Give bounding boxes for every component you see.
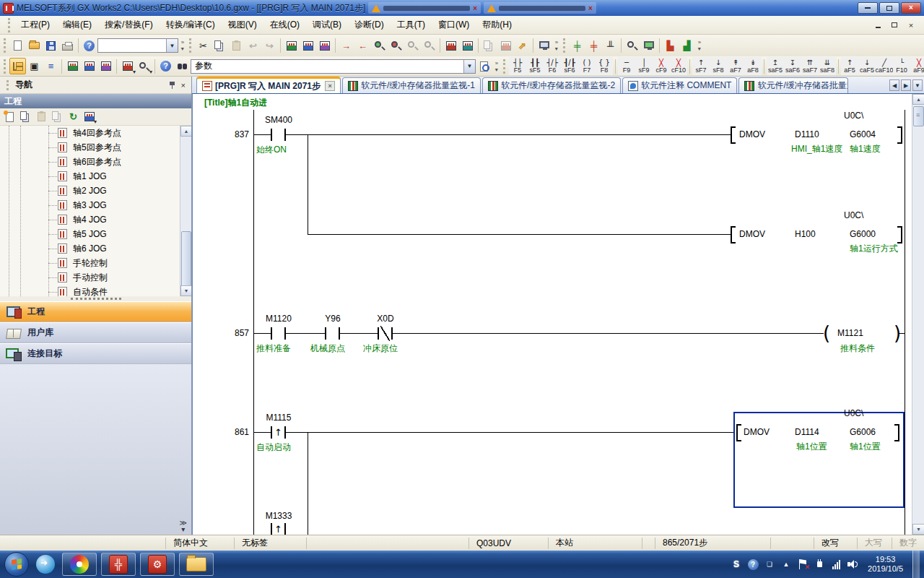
- toolbar-grip[interactable]: [8, 18, 12, 33]
- close-icon[interactable]: ×: [180, 81, 187, 90]
- contact-no[interactable]: [271, 327, 286, 340]
- menu-item[interactable]: 工程(P): [14, 16, 56, 34]
- menu-item[interactable]: 在线(O): [263, 16, 306, 34]
- cut-icon[interactable]: ✂: [195, 38, 212, 54]
- menu-item[interactable]: 编辑(E): [56, 16, 98, 34]
- instruction-op[interactable]: DMOV: [739, 129, 765, 139]
- filter-sort-icon[interactable]: [82, 109, 97, 124]
- device-test-dropdown-icon[interactable]: [136, 58, 152, 74]
- toolbar-grip[interactable]: [563, 38, 567, 53]
- show-desktop-button[interactable]: [912, 551, 920, 578]
- tree-item[interactable]: 轴3 JOG: [48, 198, 191, 212]
- maximize-button[interactable]: [879, 2, 899, 14]
- help-tray-icon[interactable]: ?: [747, 558, 759, 570]
- instruction-src[interactable]: D1114: [795, 427, 819, 437]
- property-icon[interactable]: [50, 109, 65, 124]
- monitor-stop-icon[interactable]: [388, 38, 404, 54]
- device-display-icon[interactable]: [443, 38, 459, 54]
- tree-item[interactable]: 轴5 JOG: [48, 227, 191, 241]
- menu-item[interactable]: 帮助(H): [476, 16, 518, 34]
- nav-button-project[interactable]: 工程: [0, 301, 191, 322]
- sampling-trace-icon[interactable]: ▙: [662, 38, 679, 54]
- contact-no[interactable]: [271, 129, 286, 141]
- scrollbar-thumb[interactable]: [913, 106, 924, 126]
- open-icon[interactable]: [26, 38, 43, 54]
- monitor-watch-icon[interactable]: [316, 38, 333, 54]
- ladder-editor[interactable]: [Title]轴1自动进 837 SM400 始终ON DMOV D1110 U…: [192, 94, 924, 535]
- tree-item[interactable]: 轴6回参考点: [48, 155, 191, 169]
- close-icon[interactable]: ×: [473, 4, 477, 12]
- save-icon[interactable]: [43, 38, 59, 54]
- instruction-dst[interactable]: G6004: [850, 129, 876, 139]
- instruction-dst[interactable]: G6000: [850, 229, 876, 239]
- scroll-down-icon[interactable]: ▼: [912, 524, 924, 535]
- ladder-symbol-button[interactable]: ↥saF5: [767, 57, 784, 75]
- ladder-symbol-button[interactable]: ↑aF5: [841, 57, 858, 75]
- menu-item[interactable]: 调试(B): [306, 16, 348, 34]
- tab-close-icon[interactable]: ×: [325, 81, 335, 91]
- taskbar-browser-icon[interactable]: [33, 553, 58, 575]
- tree-item[interactable]: 轴4回参考点: [48, 126, 191, 140]
- print-icon[interactable]: [59, 38, 76, 54]
- menu-item[interactable]: 转换/编译(C): [160, 16, 222, 34]
- window-tray-icon[interactable]: ❏: [764, 558, 775, 570]
- taskbar-pinwheel-app[interactable]: [62, 553, 97, 576]
- tree-item[interactable]: 轴6 JOG: [48, 241, 191, 256]
- menu-item[interactable]: 搜索/替换(F): [98, 16, 160, 34]
- toolbar-grip[interactable]: [4, 38, 7, 53]
- tab-device-monitor-2[interactable]: 软元件/缓冲存储器批量监视-2: [482, 77, 621, 93]
- ladder-symbol-button[interactable]: └F10: [893, 57, 910, 75]
- device-batch-icon[interactable]: [97, 58, 114, 74]
- network-signal-icon[interactable]: [830, 558, 842, 570]
- sogou-tray-icon[interactable]: S: [731, 558, 742, 570]
- device-find-icon[interactable]: [64, 58, 81, 74]
- macro-icon[interactable]: [497, 38, 514, 54]
- paste-item-icon[interactable]: [34, 109, 49, 124]
- device-monitor-icon[interactable]: [283, 38, 300, 54]
- more-buttons-icon[interactable]: ≫▾: [180, 519, 187, 532]
- tray-expand-icon[interactable]: ▲: [780, 558, 792, 570]
- taskbar-clock[interactable]: 19:532019/10/5: [863, 555, 907, 574]
- contact-rising-pulse[interactable]: ↑: [271, 426, 286, 439]
- ladder-insert-icon[interactable]: ╨: [602, 38, 619, 54]
- find-binoculars-icon[interactable]: [174, 58, 191, 74]
- zoom-prev-icon[interactable]: [404, 38, 421, 54]
- power-icon[interactable]: [814, 558, 825, 570]
- device-display2-icon[interactable]: [459, 38, 476, 54]
- taskbar-config-tool-app[interactable]: ⚙: [140, 553, 175, 576]
- undo-icon[interactable]: ↩: [245, 38, 261, 54]
- ladder-symbol-button[interactable]: ╱caF10: [876, 57, 893, 75]
- monitor-screen-icon[interactable]: [640, 38, 657, 54]
- tree-item[interactable]: 轴4 JOG: [48, 212, 191, 227]
- tab-device-monitor-1[interactable]: 软元件/缓冲存储器批量监视-1: [342, 77, 481, 93]
- ladder-symbol-button[interactable]: │sF9: [635, 57, 653, 75]
- instruction-dst[interactable]: G6006: [850, 427, 876, 437]
- minimize-button[interactable]: [858, 2, 878, 14]
- menu-item[interactable]: 窗口(W): [432, 16, 476, 34]
- ladder-symbol-button[interactable]: ⇈saF7: [801, 57, 819, 75]
- ladder-symbol-button[interactable]: ↓caF5: [858, 57, 876, 75]
- tree-scrollbar[interactable]: ▲ ▼: [180, 126, 191, 296]
- tab-device-comment[interactable]: 软元件注释 COMMENT: [622, 77, 737, 93]
- instruction-op[interactable]: DMOV: [744, 427, 770, 437]
- ladder-symbol-button[interactable]: ┤/├F6: [544, 57, 561, 75]
- panel-splitter[interactable]: [0, 296, 191, 301]
- new-item-icon[interactable]: [2, 109, 17, 124]
- taskbar-gxworks2-app[interactable]: ╬: [101, 553, 136, 576]
- ladder-symbol-button[interactable]: ↓sF8: [710, 57, 727, 75]
- tree-item[interactable]: 手动控制: [48, 270, 191, 285]
- menu-item[interactable]: 工具(T): [391, 16, 432, 34]
- zoom-next-icon[interactable]: [421, 38, 437, 54]
- tree-item[interactable]: 轴2 JOG: [48, 184, 191, 198]
- nav-button-connection[interactable]: 连接目标: [0, 343, 191, 364]
- ladder-block-start-icon[interactable]: ╪: [569, 38, 585, 54]
- ladder-symbol-button[interactable]: ╳aF9: [910, 57, 924, 75]
- tab-main-program[interactable]: [PRG]R 写入 MAIN 2071步 ×: [196, 77, 341, 93]
- function-list-icon[interactable]: ≡: [43, 58, 59, 74]
- plc-read-icon[interactable]: ←: [354, 38, 371, 54]
- toolbar-overflow-icon[interactable]: »▾: [178, 38, 187, 53]
- copy-icon[interactable]: [212, 38, 228, 54]
- device-display-dropdown-icon[interactable]: [119, 58, 136, 74]
- zoom-combobox[interactable]: ▼: [97, 38, 178, 53]
- tab-list-icon[interactable]: ▼: [912, 79, 923, 91]
